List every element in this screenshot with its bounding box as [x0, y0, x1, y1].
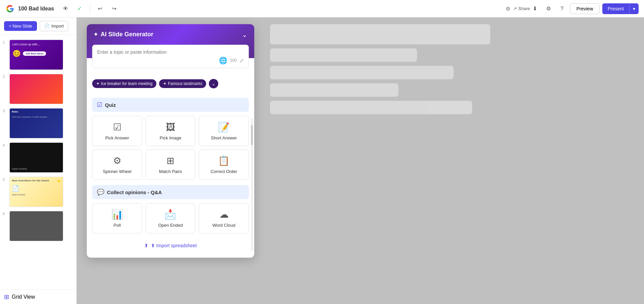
import-sheet-label: ⬆ Import spreadsheet — [151, 243, 197, 248]
slide-thumb-5[interactable]: New inventions for the beach 📄 Open Ende… — [9, 177, 63, 207]
circle-plus-button[interactable]: ⊘ — [503, 3, 514, 14]
spinner-wheel-icon: ⚙ — [113, 155, 121, 166]
opinions-check-icon: 💬 — [97, 188, 104, 196]
import-button[interactable]: 📄 Import — [40, 21, 68, 31]
opinions-type-grid: 📊 Poll 📩 Open Ended ☁ Word Cloud — [92, 203, 249, 233]
pick-answer-card[interactable]: ☑ Pick Answer — [92, 116, 142, 146]
download-button[interactable]: ⬇ — [530, 3, 540, 14]
ai-header: ✦ AI Slide Generator ⌄ 🌐 500 ⤢ — [87, 24, 254, 58]
pick-image-label: Pick Image — [160, 135, 181, 140]
sparkle-icon: ✦ — [93, 31, 98, 38]
opinions-section-title: Collect opinions - Q&A — [107, 189, 162, 195]
share-label: Share — [518, 6, 530, 11]
slide-item-6[interactable]: 6 — [0, 209, 76, 243]
ai-title-text: AI Slide Generator — [101, 31, 153, 38]
sidebar: + New Slide 📄 Import 1 Let's come up wit… — [0, 17, 77, 304]
undo-button[interactable]: ↩ — [95, 3, 106, 14]
import-spreadsheet-button[interactable]: ⬆ ⬆ Import spreadsheet — [92, 239, 249, 252]
slide-item-4[interactable]: 4 Open Ended — [0, 140, 76, 175]
scrollbar-track[interactable] — [251, 118, 253, 251]
slide-number-3: 3 — [3, 109, 7, 113]
topbar-right: ⊘ ↗ Share ⬇ ⚙ ? Preview Present ▾ — [503, 3, 639, 14]
slide-thumb-6[interactable] — [9, 211, 63, 241]
grid-view-label: Grid View — [12, 294, 35, 300]
slide-item-5[interactable]: 5 New inventions for the beach 📄 Open En… — [0, 175, 76, 209]
import-icon: 📄 — [44, 24, 49, 29]
ai-indicator-icon: 🌐 — [219, 56, 227, 64]
correct-order-icon: 📋 — [218, 155, 230, 166]
pick-answer-label: Pick Answer — [105, 135, 129, 140]
share-icon: ↗ — [513, 6, 517, 11]
opinions-section-header: 💬 Collect opinions - Q&A — [92, 185, 249, 199]
poll-card[interactable]: 📊 Poll — [92, 203, 142, 233]
redo-button[interactable]: ↪ — [109, 3, 120, 14]
new-slide-button[interactable]: + New Slide — [4, 21, 37, 31]
suggestion-more-button[interactable]: ⌄ — [209, 79, 218, 88]
slide-item-1[interactable]: 1 Let's come up with... 😊 100 Bad Ideas — [0, 38, 76, 72]
google-logo — [5, 4, 15, 13]
slide-thumb-1[interactable]: Let's come up with... 😊 100 Bad Ideas — [9, 40, 63, 70]
ai-panel: ✦ AI Slide Generator ⌄ 🌐 500 ⤢ — [87, 24, 254, 258]
short-answer-card[interactable]: 📝 Short Answer — [199, 116, 249, 146]
ai-suggestions: ✦ Ice breaker for team meeting ✦ Famous … — [87, 75, 254, 92]
settings-button[interactable]: ⚙ — [543, 3, 554, 14]
expand-icon[interactable]: ⤢ — [239, 57, 244, 64]
slide-number-1: 1 — [3, 40, 7, 44]
word-cloud-icon: ☁ — [219, 209, 229, 220]
ai-header-top: ✦ AI Slide Generator ⌄ — [93, 31, 248, 38]
slide-number-5: 5 — [3, 177, 7, 181]
slide-number-2: 2 — [3, 75, 7, 79]
match-pairs-label: Match Pairs — [159, 169, 182, 174]
open-ended-icon: 📩 — [164, 209, 176, 220]
poll-label: Poll — [113, 223, 121, 228]
slides-list: 1 Let's come up with... 😊 100 Bad Ideas … — [0, 35, 76, 290]
present-label[interactable]: Present — [602, 3, 629, 14]
match-pairs-icon: ⊞ — [166, 155, 174, 166]
match-pairs-card[interactable]: ⊞ Match Pairs — [146, 149, 196, 180]
word-cloud-card[interactable]: ☁ Word Cloud — [199, 203, 249, 233]
present-button[interactable]: Present ▾ — [602, 3, 639, 14]
poll-icon: 📊 — [111, 209, 123, 220]
ai-close-button[interactable]: ⌄ — [242, 31, 248, 38]
eye-button[interactable]: 👁 — [60, 3, 71, 14]
slide-thumb-3[interactable]: Rules You'll see 3 scenarios, in each sc… — [9, 108, 63, 138]
suggestion-chip-1[interactable]: ✦ Ice breaker for team meeting — [92, 79, 156, 88]
panel-scroll[interactable]: ☑ Quiz ☑ Pick Answer 🖼 Pick Image — [87, 92, 254, 258]
slide-number-4: 4 — [3, 143, 7, 147]
import-label: Import — [51, 24, 64, 29]
divider-1 — [90, 5, 90, 13]
slide-item-2[interactable]: 2 — [0, 72, 76, 106]
import-sheet-icon: ⬆ — [144, 243, 148, 248]
quiz-check-icon: ☑ — [97, 101, 102, 108]
content-area: ✦ AI Slide Generator ⌄ 🌐 500 ⤢ — [77, 17, 644, 304]
chip-sparkle-2: ✦ — [163, 81, 166, 86]
open-ended-card[interactable]: 📩 Open Ended — [146, 203, 196, 233]
open-ended-label: Open Ended — [158, 223, 183, 228]
slide-thumb-2[interactable] — [9, 74, 63, 104]
correct-order-label: Correct Order — [211, 169, 237, 174]
sidebar-toolbar: + New Slide 📄 Import — [0, 17, 76, 35]
check-button[interactable]: ✓ — [74, 3, 85, 14]
short-answer-icon: 📝 — [218, 122, 230, 133]
pick-image-card[interactable]: 🖼 Pick Image — [146, 116, 196, 146]
slide-item-3[interactable]: 3 Rules You'll see 3 scenarios, in each … — [0, 106, 76, 140]
correct-order-card[interactable]: 📋 Correct Order — [199, 149, 249, 180]
scrollbar-thumb[interactable] — [251, 125, 253, 145]
help-button[interactable]: ? — [557, 3, 567, 14]
slide-thumb-4[interactable]: Open Ended — [9, 142, 63, 173]
char-count: 500 — [230, 58, 237, 63]
preview-button[interactable]: Preview — [570, 3, 600, 14]
quiz-section-header: ☑ Quiz — [92, 98, 249, 112]
ai-title: ✦ AI Slide Generator — [93, 31, 153, 38]
pick-image-icon: 🖼 — [166, 122, 175, 133]
spinner-wheel-card[interactable]: ⚙ Spinner Wheel — [92, 149, 142, 180]
modal-wrapper: ✦ AI Slide Generator ⌄ 🌐 500 ⤢ — [77, 17, 644, 304]
chip-label-1: Ice breaker for team meeting — [101, 81, 152, 86]
ai-topic-input[interactable] — [97, 49, 244, 55]
main-area: + New Slide 📄 Import 1 Let's come up wit… — [0, 17, 644, 304]
word-cloud-label: Word Cloud — [212, 223, 235, 228]
present-dropdown-arrow[interactable]: ▾ — [629, 3, 639, 14]
suggestion-chip-2[interactable]: ✦ Famous landmarks — [159, 79, 206, 88]
share-button[interactable]: ↗ Share — [516, 3, 527, 14]
grid-view-button[interactable]: ⊞ Grid View — [0, 290, 76, 304]
